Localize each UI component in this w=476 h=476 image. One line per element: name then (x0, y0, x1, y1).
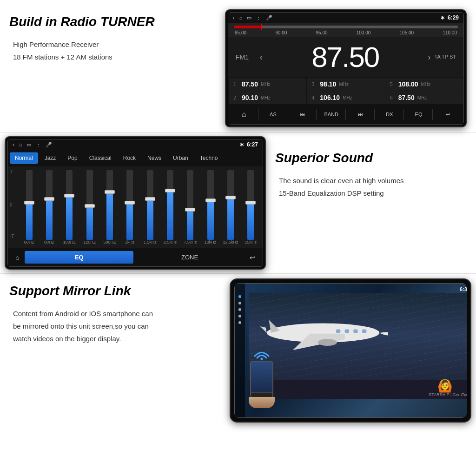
eq-fader-7[interactable] (141, 170, 159, 240)
fader-fill-6 (126, 202, 133, 240)
tuner-label-90: 90.00 (275, 30, 287, 35)
home-icon[interactable]: ⌂ (239, 15, 243, 20)
eq-main-button[interactable]: EQ (25, 251, 133, 264)
airplane-svg (258, 307, 388, 359)
eq-bottom-back[interactable]: ↩ (246, 252, 259, 263)
eq-freq-1kHz: 1kHz (121, 240, 139, 245)
mic-icon[interactable]: 🎤 (266, 15, 272, 21)
eq-fader-10[interactable] (201, 170, 219, 240)
preset-5[interactable]: 5 108.00 MHz (385, 78, 463, 91)
preset-3[interactable]: 3 98.10 MHz (307, 78, 384, 91)
eq-time: 6:27 (247, 141, 258, 148)
eq-fader-11[interactable] (221, 170, 239, 240)
mirror-time: 6:31 (460, 286, 467, 292)
fader-handle-11[interactable] (225, 196, 236, 199)
fader-handle-6[interactable] (125, 201, 135, 205)
radio-rds: TA TP ST (435, 53, 456, 60)
fader-handle-10[interactable] (205, 198, 216, 202)
radio-presets: 1 87.50 MHz 3 98.10 MHz 5 108.00 MHz (228, 77, 463, 105)
fader-handle-7[interactable] (145, 197, 155, 201)
fader-track-11 (227, 170, 234, 240)
fader-handle-3[interactable] (64, 194, 74, 198)
fader-fill-10 (207, 199, 214, 240)
prev-button[interactable]: ⏮ (288, 109, 317, 120)
freq-down-button[interactable]: ‹ (256, 53, 266, 62)
copy-icon[interactable]: ▭ (247, 15, 251, 21)
fader-handle-12[interactable] (245, 201, 256, 205)
fader-fill-11 (227, 197, 234, 240)
eq-fader-8[interactable] (161, 170, 179, 240)
eq-mode-urban[interactable]: Urban (168, 152, 193, 164)
eq-fader-3[interactable] (60, 170, 79, 240)
phone-home-btn (251, 392, 272, 397)
eq-mode-normal[interactable]: Normal (10, 152, 38, 164)
preset-4[interactable]: 4 106.10 MHz (307, 91, 384, 104)
fader-handle-1[interactable] (24, 201, 34, 205)
hand-shape (249, 397, 275, 408)
radio-status-icons: ‹ ⌂ ▭ ⋮ 🎤 (233, 15, 272, 21)
sound-desc-line2: 15-Band Equalization DSP setting (279, 187, 467, 199)
eq-fader-2[interactable] (40, 170, 58, 240)
eq-screen: ‹ ⌂ ▭ ⋮ 🎤 ∗ 6:27 Normal (7, 139, 263, 267)
eq-fader-9[interactable] (181, 170, 199, 240)
eq-bottom-home[interactable]: ⌂ (12, 252, 23, 263)
eq-mic-icon[interactable]: 🎤 (46, 142, 52, 148)
eq-button[interactable]: EQ (405, 109, 433, 120)
eq-mode-news[interactable]: News (142, 152, 166, 164)
fader-handle-5[interactable] (105, 190, 115, 194)
back-button[interactable]: ↩ (434, 109, 462, 120)
phone-in-hand (249, 347, 275, 408)
eq-mode-classical[interactable]: Classical (84, 152, 117, 164)
home-button[interactable]: ⌂ (230, 107, 258, 121)
radio-section: Build in Radio TURNER High Performance R… (0, 0, 476, 132)
eq-ui-container: ‹ ⌂ ▭ ⋮ 🎤 ∗ 6:27 Normal (5, 136, 266, 270)
mirror-section: Support Mirror Link Content from Android… (0, 274, 476, 427)
tuner-label-100: 100.00 (357, 30, 371, 35)
eq-mode-techno[interactable]: Techno (195, 152, 223, 164)
preset-3-unit: MHz (339, 82, 349, 87)
next-button[interactable]: ⏭ (347, 109, 375, 120)
preset-4-num: 4 (311, 95, 317, 100)
radio-tuner-bar[interactable]: 85.00 90.00 95.00 100.00 105.00 110.00 (228, 23, 463, 37)
eq-back-icon[interactable]: ‹ (13, 142, 14, 147)
eq-freq-12.5kHz: 12.5kHz (221, 240, 239, 245)
menu-icon[interactable]: ⋮ (256, 15, 261, 21)
eq-mode-jazz[interactable]: Jazz (40, 152, 61, 164)
eq-fader-1[interactable] (20, 170, 38, 240)
eq-copy-icon[interactable]: ▭ (26, 142, 31, 148)
eq-fader-6[interactable] (121, 170, 139, 240)
dx-button[interactable]: DX (376, 109, 404, 120)
fader-handle-4[interactable] (85, 204, 95, 208)
eq-app: ‹ ⌂ ▭ ⋮ 🎤 ∗ 6:27 Normal (7, 139, 263, 267)
eq-section: ‹ ⌂ ▭ ⋮ 🎤 ∗ 6:27 Normal (0, 132, 476, 273)
radio-frequency: 87.50 (266, 41, 424, 73)
band-button[interactable]: BAND (317, 109, 346, 120)
eq-bluetooth-icon: ∗ (239, 141, 244, 148)
eq-mode-rock[interactable]: Rock (118, 152, 141, 164)
svg-rect-1 (336, 330, 340, 333)
tuner-label-95: 95.00 (316, 30, 328, 35)
eq-home-icon[interactable]: ⌂ (19, 142, 22, 147)
eq-mode-pop[interactable]: Pop (62, 152, 82, 164)
fader-fill-12 (247, 202, 254, 240)
fader-handle-2[interactable] (44, 197, 54, 201)
fader-fill-5 (106, 191, 113, 240)
preset-2[interactable]: 2 90.10 MHz (229, 91, 306, 104)
as-button[interactable]: AS (259, 109, 288, 120)
back-icon[interactable]: ‹ (233, 15, 235, 20)
fader-handle-9[interactable] (185, 208, 195, 212)
eq-fader-12[interactable] (242, 170, 260, 240)
sound-desc-line1: The sound is clear even at high volumes (279, 174, 467, 187)
fader-handle-8[interactable] (165, 189, 175, 192)
fader-fill-2 (46, 198, 53, 240)
eq-freq-500HZ: 500HZ (100, 240, 119, 245)
radio-desc: High Performance Receiver 18 FM stations… (9, 38, 216, 63)
eq-fader-4[interactable] (80, 170, 99, 240)
eq-menu-icon[interactable]: ⋮ (36, 142, 41, 148)
radio-band: FM1 (236, 53, 249, 61)
preset-6[interactable]: 6 87.50 MHz (385, 91, 463, 104)
eq-fader-5[interactable] (100, 170, 119, 240)
eq-zone-button[interactable]: ZONE (135, 251, 244, 264)
freq-up-button[interactable]: › (424, 53, 435, 62)
preset-1[interactable]: 1 87.50 MHz (229, 78, 306, 91)
